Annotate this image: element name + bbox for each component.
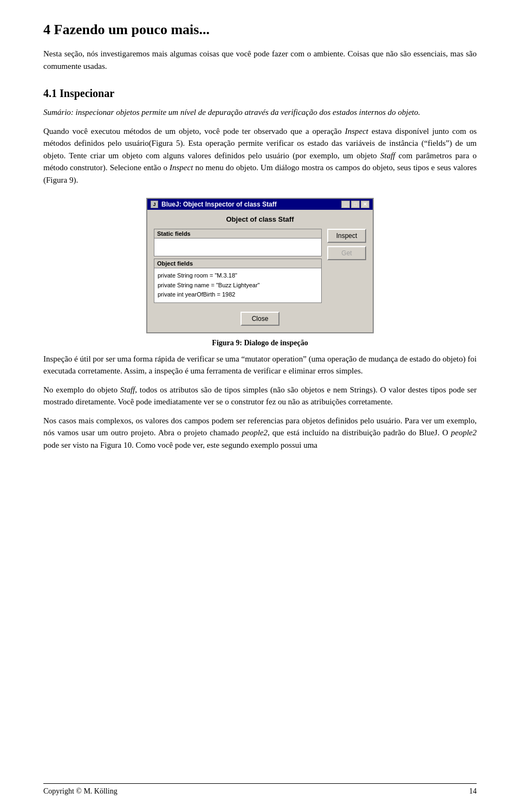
footer-copyright: Copyright © M. Kölling [43,787,118,796]
post-figure-p1: Inspeção é útil por ser uma forma rápida… [43,353,477,377]
field-line-1: private String room = "M.3.18" [158,271,318,281]
figure-9-container: J BlueJ: Object Inspector of class Staff… [43,198,477,347]
footer-page-number: 14 [469,787,477,796]
post-figure-p2: No exemplo do objeto Staff, todos os atr… [43,384,477,408]
field-line-2: private String name = "Buzz Lightyear" [158,281,318,291]
dialog-icon: J [151,201,158,208]
section-4-1-title: 4.1 Inspecionar [43,87,477,100]
main-paragraph-1: Quando você executou métodos de um objet… [43,125,477,186]
dialog-left-panel: Static fields Object fields private Stri… [154,229,322,307]
static-fields-box: Static fields [154,229,322,256]
dialog-titlebar: J BlueJ: Object Inspector of class Staff… [147,199,373,210]
post-figure-p3: Nos casos mais complexos, os valores dos… [43,415,477,452]
dialog-title-text: BlueJ: Object Inspector of class Staff [161,201,277,208]
close-btn-row: Close [154,312,366,326]
dialog-window: J BlueJ: Object Inspector of class Staff… [146,198,374,333]
close-btn-title[interactable]: ✕ [361,201,369,208]
static-fields-label: Static fields [154,229,321,239]
dialog-right-panel: Inspect Get [327,229,366,260]
object-fields-box: Object fields private String room = "M.3… [154,259,322,303]
dialog-titlebar-text: J BlueJ: Object Inspector of class Staff [151,201,277,208]
dialog-body: Object of class Staff Static fields Obje… [147,210,373,332]
dialog-titlebar-controls: _ □ ✕ [341,201,369,208]
dialog-main-area: Static fields Object fields private Stri… [154,229,366,307]
figure-9-caption: Figura 9: Dialogo de inspeção [212,339,308,347]
get-button[interactable]: Get [327,246,366,260]
intro-paragraph: Nesta seção, nós investigaremos mais alg… [43,48,477,72]
field-line-3: private int yearOfBirth = 1982 [158,290,318,300]
static-fields-content [154,239,321,256]
chapter-title: 4 Fazendo um pouco mais... [43,22,477,38]
dialog-subtitle: Object of class Staff [154,215,366,223]
inspect-button[interactable]: Inspect [327,229,366,243]
footer: Copyright © M. Kölling 14 [43,783,477,796]
summary-paragraph: Sumário: inspecionar objetos permite um … [43,106,477,119]
object-fields-label: Object fields [154,259,321,268]
close-button[interactable]: Close [240,312,280,326]
maximize-btn[interactable]: □ [351,201,360,208]
object-fields-content: private String room = "M.3.18" private S… [154,268,321,302]
minimize-btn[interactable]: _ [341,201,350,208]
